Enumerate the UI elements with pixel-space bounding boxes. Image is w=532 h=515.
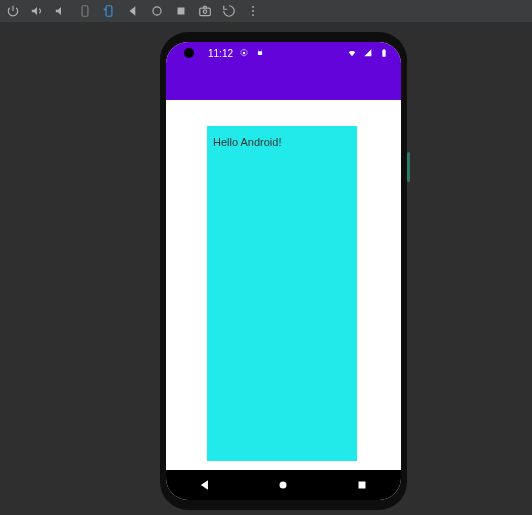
status-time: 11:12 (208, 48, 233, 59)
overview-icon[interactable] (174, 4, 188, 18)
svg-point-7 (252, 10, 254, 12)
svg-point-5 (203, 10, 207, 13)
rotate-right-icon[interactable] (102, 4, 116, 18)
svg-rect-13 (382, 50, 385, 57)
volume-up-icon[interactable] (30, 4, 44, 18)
phone-device: 11:12 Hello Android! (160, 32, 407, 510)
svg-point-12 (261, 50, 262, 51)
camera-icon[interactable] (198, 4, 212, 18)
svg-rect-10 (258, 51, 262, 55)
android-nav-bar (166, 470, 401, 500)
svg-point-15 (280, 482, 287, 489)
svg-rect-1 (106, 6, 112, 17)
hello-text: Hello Android! (213, 136, 282, 148)
phone-screen: 11:12 Hello Android! (166, 42, 401, 500)
record-icon[interactable] (222, 4, 236, 18)
status-bar: 11:12 (166, 42, 401, 64)
svg-rect-14 (383, 49, 385, 50)
nav-recent-button[interactable] (354, 477, 370, 493)
svg-rect-16 (358, 482, 365, 489)
phone-frame: 11:12 Hello Android! (160, 32, 407, 510)
svg-point-6 (252, 6, 254, 8)
rotate-left-icon[interactable] (78, 4, 92, 18)
svg-point-2 (153, 7, 161, 15)
status-right (347, 48, 389, 58)
app-header: 11:12 (166, 42, 401, 100)
svg-point-11 (258, 50, 259, 51)
svg-rect-4 (200, 8, 211, 16)
home-icon[interactable] (150, 4, 164, 18)
more-icon[interactable] (246, 4, 260, 18)
phone-side-button (407, 152, 410, 182)
nav-home-button[interactable] (275, 477, 291, 493)
app-body: Hello Android! (166, 100, 401, 470)
front-camera-hole (184, 48, 194, 58)
svg-rect-3 (178, 8, 185, 15)
android-icon (255, 48, 265, 58)
power-icon[interactable] (6, 4, 20, 18)
svg-point-9 (243, 52, 246, 55)
nav-back-button[interactable] (197, 477, 213, 493)
settings-gear-icon (239, 48, 249, 58)
back-icon[interactable] (126, 4, 140, 18)
content-box: Hello Android! (207, 126, 357, 461)
wifi-icon (347, 48, 357, 58)
emulator-toolbar (0, 0, 532, 22)
volume-down-icon[interactable] (54, 4, 68, 18)
svg-point-8 (252, 14, 254, 16)
svg-rect-0 (82, 6, 88, 17)
signal-icon (363, 48, 373, 58)
status-left: 11:12 (208, 48, 265, 59)
battery-icon (379, 48, 389, 58)
app-action-bar (166, 64, 401, 100)
